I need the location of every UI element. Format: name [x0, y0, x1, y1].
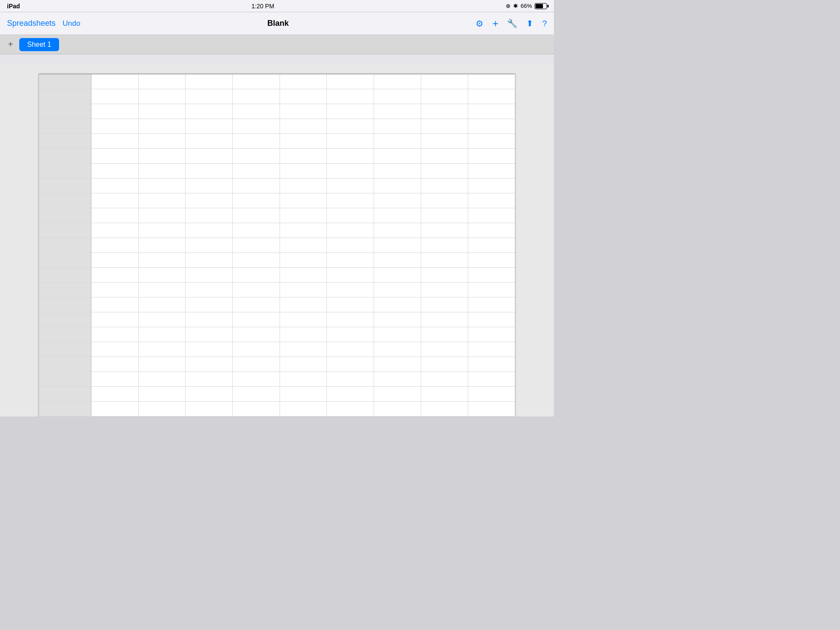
grid-cell[interactable] [327, 104, 374, 119]
table-row[interactable] [39, 387, 515, 402]
grid-cell[interactable] [91, 74, 139, 89]
table-row[interactable] [39, 223, 515, 238]
grid-cell[interactable] [91, 312, 139, 327]
grid-cell[interactable] [468, 327, 515, 342]
grid-cell[interactable] [280, 178, 327, 193]
grid-cell[interactable] [139, 178, 186, 193]
grid-cell[interactable] [421, 193, 469, 208]
table-row[interactable] [39, 104, 515, 119]
grid-cell[interactable] [327, 89, 374, 104]
grid-cell[interactable] [233, 342, 280, 357]
grid-cell[interactable] [280, 119, 327, 133]
grid-cell[interactable] [280, 298, 327, 312]
grid-cell[interactable] [468, 312, 515, 327]
grid-cell[interactable] [421, 149, 469, 163]
grid-cell[interactable] [374, 283, 421, 297]
grid-cell[interactable] [91, 283, 139, 297]
grid-cell[interactable] [280, 342, 327, 357]
grid-cell[interactable] [327, 357, 374, 371]
grid-cell[interactable] [91, 89, 139, 104]
grid-cell[interactable] [233, 372, 280, 386]
grid-cell[interactable] [233, 298, 280, 312]
grid-cell[interactable] [186, 372, 233, 386]
grid-cell[interactable] [91, 238, 139, 252]
grid-cell[interactable] [468, 283, 515, 297]
grid-cell[interactable] [374, 372, 421, 386]
grid-cell[interactable] [421, 253, 469, 267]
grid-cell[interactable] [186, 387, 233, 401]
grid-cell[interactable] [421, 312, 469, 327]
grid-cell[interactable] [139, 387, 186, 401]
grid-cell[interactable] [421, 387, 469, 401]
grid-cell[interactable] [139, 238, 186, 252]
grid-cell[interactable] [186, 208, 233, 223]
grid-cell[interactable] [280, 283, 327, 297]
grid-cell[interactable] [186, 119, 233, 133]
grid-cell[interactable] [139, 104, 186, 119]
grid-cell[interactable] [233, 312, 280, 327]
grid-cell[interactable] [280, 238, 327, 252]
grid-cell[interactable] [91, 372, 139, 386]
grid-cell[interactable] [139, 283, 186, 297]
grid-cell[interactable] [139, 208, 186, 223]
grid-cell[interactable] [374, 312, 421, 327]
grid-cell[interactable] [327, 327, 374, 342]
grid-cell[interactable] [233, 119, 280, 133]
grid-cell[interactable] [468, 223, 515, 238]
table-row[interactable] [39, 402, 515, 416]
table-row[interactable] [39, 327, 515, 342]
table-row[interactable] [39, 372, 515, 387]
grid-cell[interactable] [280, 253, 327, 267]
grid-cell[interactable] [91, 387, 139, 401]
grid-cell[interactable] [91, 119, 139, 133]
grid-cell[interactable] [468, 253, 515, 267]
grid-cell[interactable] [139, 119, 186, 133]
table-row[interactable] [39, 253, 515, 268]
grid-cell[interactable] [280, 134, 327, 148]
grid-cell[interactable] [468, 372, 515, 386]
grid-cell[interactable] [233, 238, 280, 252]
grid-cell[interactable] [139, 253, 186, 267]
grid-cell[interactable] [421, 164, 469, 178]
table-row[interactable] [39, 342, 515, 357]
grid-cell[interactable] [468, 104, 515, 119]
grid-cell[interactable] [139, 134, 186, 148]
grid-cell[interactable] [421, 74, 469, 89]
table-row[interactable] [39, 134, 515, 149]
grid-cell[interactable] [421, 357, 469, 371]
grid-cell[interactable] [186, 223, 233, 238]
grid-cell[interactable] [374, 104, 421, 119]
grid-cell[interactable] [280, 372, 327, 386]
grid-cell[interactable] [186, 238, 233, 252]
grid-cell[interactable] [327, 74, 374, 89]
grid-cell[interactable] [421, 238, 469, 252]
grid-cell[interactable] [327, 268, 374, 282]
table-row[interactable] [39, 164, 515, 178]
grid-cell[interactable] [374, 357, 421, 371]
grid-cell[interactable] [327, 193, 374, 208]
grid-cell[interactable] [327, 402, 374, 416]
grid-cell[interactable] [91, 357, 139, 371]
grid-cell[interactable] [421, 134, 469, 148]
grid-cell[interactable] [186, 164, 233, 178]
format-icon[interactable]: 🔧 [507, 19, 518, 28]
grid-cell[interactable] [327, 283, 374, 297]
grid-cell[interactable] [280, 89, 327, 104]
add-sheet-button[interactable]: + [4, 38, 18, 52]
grid-cell[interactable] [233, 89, 280, 104]
grid-cell[interactable] [280, 223, 327, 238]
grid-cell[interactable] [421, 119, 469, 133]
grid-cell[interactable] [327, 342, 374, 357]
grid-cell[interactable] [421, 327, 469, 342]
grid-cell[interactable] [233, 164, 280, 178]
table-row[interactable] [39, 119, 515, 134]
grid-cell[interactable] [186, 342, 233, 357]
table-row[interactable] [39, 149, 515, 164]
table-row[interactable] [39, 89, 515, 104]
grid-cell[interactable] [233, 74, 280, 89]
grid-cell[interactable] [468, 134, 515, 148]
grid-cell[interactable] [421, 283, 469, 297]
grid-cell[interactable] [186, 74, 233, 89]
grid-cell[interactable] [91, 104, 139, 119]
grid-cell[interactable] [327, 387, 374, 401]
